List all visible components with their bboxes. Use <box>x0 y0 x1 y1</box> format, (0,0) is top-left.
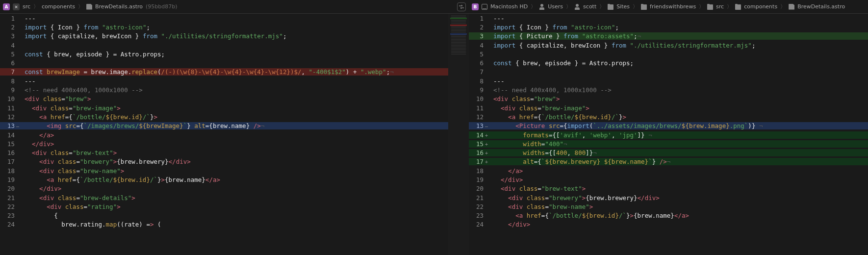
code-content[interactable]: brew.rating.map((rate) => ( <box>22 221 448 228</box>
code-content[interactable]: { <box>22 212 448 219</box>
code-line[interactable]: 21 <div class="brew-details"> <box>0 193 448 202</box>
code-content[interactable]: <div class="brew-name"> <box>490 203 868 210</box>
code-content[interactable]: </div> <box>22 140 448 148</box>
code-line[interactable]: 18 <div class="brew-name"> <box>0 166 448 175</box>
code-content[interactable]: <div class="brew"> <box>22 95 448 102</box>
code-content[interactable]: const { brew, episode } = Astro.props; <box>490 59 868 67</box>
code-line[interactable]: 6const { brew, episode } = Astro.props; <box>469 58 868 67</box>
code-line[interactable]: 13– <Picture src={import(`../assets/imag… <box>469 122 868 130</box>
code-line[interactable]: 1--- <box>0 14 448 23</box>
code-content[interactable]: <div class="brewery">{brew.brewery}</div… <box>490 194 868 202</box>
code-content[interactable]: <div class="brewery">{brew.brewery}</div… <box>22 158 448 165</box>
code-line[interactable]: 5 <box>469 50 868 58</box>
crumb-file[interactable]: BrewDetails.astro <box>797 3 845 10</box>
minimap-scrollbar[interactable] <box>448 14 469 255</box>
code-line[interactable]: 22 <div class="rating"> <box>0 202 448 211</box>
code-content[interactable]: <div class="brew-image"> <box>22 104 448 112</box>
code-line[interactable]: 20 </div> <box>0 184 448 193</box>
code-line[interactable]: 24 </div> <box>469 220 868 229</box>
code-content[interactable]: --- <box>490 77 868 85</box>
code-line[interactable]: 19 </div> <box>469 175 868 184</box>
code-line[interactable]: 23 { <box>0 211 448 220</box>
code-content[interactable]: const brewImage = brew.image.replace(/(-… <box>22 68 448 76</box>
code-line[interactable]: 1--- <box>469 14 868 23</box>
code-line[interactable]: 17+ alt={`${brew.brewery} ${brew.name}`}… <box>469 157 868 166</box>
code-line[interactable]: 3import { Picture } from "astro:assets";… <box>469 32 868 41</box>
code-line[interactable]: 10<div class="brew"> <box>469 95 868 103</box>
code-line[interactable]: 19 <a href={`/bottle/${brew.id}/`}>{brew… <box>0 175 448 184</box>
code-line[interactable]: 11 <div class="brew-image"> <box>469 103 868 112</box>
code-line[interactable]: 14+ formats={['avif', 'webp', 'jpg']} ¬ <box>469 130 868 139</box>
code-content[interactable]: --- <box>22 77 448 85</box>
code-line[interactable]: 4 <box>0 41 448 50</box>
crumb-file[interactable]: BrewDetails.astro <box>95 3 143 10</box>
code-content[interactable]: alt={`${brew.brewery} ${brew.name}`} />¬ <box>490 158 868 165</box>
code-line[interactable]: 7 <box>469 68 868 76</box>
code-content[interactable]: <div class="brew-image"> <box>490 104 868 112</box>
code-line[interactable]: 15 </div> <box>0 139 448 148</box>
code-line[interactable]: 21 <div class="brewery">{brew.brewery}</… <box>469 193 868 202</box>
code-content[interactable]: <div class="brew-name"> <box>22 167 448 175</box>
code-line[interactable]: 10<div class="brew"> <box>0 95 448 103</box>
code-content[interactable]: <a href={`/bottle/${brew.id}/`}>{brew.na… <box>22 176 448 183</box>
code-line[interactable]: 20 <div class="brew-text"> <box>469 184 868 193</box>
code-content[interactable]: <a href={`/bottle/${brew.id}/`}> <box>490 113 868 121</box>
code-line[interactable]: 24 brew.rating.map((rate) => ( <box>0 220 448 229</box>
code-content[interactable]: const { brew, episode } = Astro.props; <box>22 51 448 58</box>
code-line[interactable]: 16+ widths={[400, 800]}¬ <box>469 148 868 157</box>
code-content[interactable]: <!-- need 400x400, 1000x1000 --> <box>490 86 868 94</box>
code-content[interactable]: formats={['avif', 'webp', 'jpg']} ¬ <box>490 131 868 139</box>
code-content[interactable]: --- <box>490 15 868 22</box>
code-line[interactable]: 9<!-- need 400x400, 1000x1000 --> <box>0 85 448 94</box>
code-content[interactable]: widths={[400, 800]}¬ <box>490 149 868 156</box>
code-content[interactable]: --- <box>22 15 448 22</box>
code-line[interactable]: 22 <div class="brew-name"> <box>469 202 868 211</box>
code-content[interactable]: </a> <box>490 167 868 175</box>
code-line[interactable]: 11 <div class="brew-image"> <box>0 103 448 112</box>
crumb-repo[interactable]: friendswithbrews <box>650 3 696 10</box>
code-content[interactable]: <div class="rating"> <box>22 203 448 210</box>
code-content[interactable]: import { Icon } from "astro-icon"; <box>490 24 868 31</box>
close-tab-button[interactable]: × <box>13 3 20 10</box>
code-content[interactable]: width="400"¬ <box>490 140 868 148</box>
code-content[interactable]: <div class="brew-text"> <box>490 185 868 192</box>
code-line[interactable]: 14 </a> <box>0 130 448 139</box>
code-content[interactable]: </div> <box>490 176 868 183</box>
code-line[interactable]: 6 <box>0 58 448 67</box>
code-content[interactable]: <img src={`/images/brews/${brewImage}`} … <box>22 122 448 129</box>
code-line[interactable]: 12 <a href={`/bottle/${brew.id}/`}> <box>469 112 868 121</box>
code-content[interactable]: import { capitalize, brewIcon } from "./… <box>490 42 868 49</box>
code-line[interactable]: 9<!-- need 400x400, 1000x1000 --> <box>469 85 868 94</box>
code-line[interactable]: 15+ width="400"¬ <box>469 139 868 148</box>
code-content[interactable]: <div class="brew"> <box>490 95 868 102</box>
code-content[interactable]: import { Icon } from "astro-icon"; <box>22 24 448 31</box>
swap-panes-button[interactable] <box>457 2 466 11</box>
code-content[interactable]: <Picture src={import(`../assets/images/b… <box>490 122 868 129</box>
crumb-disk[interactable]: Macintosh HD <box>490 3 528 10</box>
code-line[interactable]: 17 <div class="brewery">{brew.brewery}</… <box>0 157 448 166</box>
code-content[interactable]: <div class="brew-text"> <box>22 149 448 156</box>
crumb-src[interactable]: src <box>716 3 724 10</box>
code-content[interactable]: <div class="brew-details"> <box>22 194 448 202</box>
code-line[interactable]: 8--- <box>469 76 868 85</box>
code-content[interactable]: import { capitalize, brewIcon } from "./… <box>22 32 448 40</box>
code-content[interactable]: <a href={`/bottle/${brew.id}/`}> <box>22 113 448 121</box>
crumb-scott[interactable]: scott <box>583 3 596 10</box>
code-content[interactable]: </a> <box>22 131 448 139</box>
crumb-users[interactable]: Users <box>548 3 563 10</box>
code-line[interactable]: 2import { Icon } from "astro-icon"; <box>469 23 868 31</box>
crumb-src[interactable]: src <box>23 3 30 10</box>
code-line[interactable]: 5const { brew, episode } = Astro.props; <box>0 50 448 58</box>
code-line[interactable]: 3import { capitalize, brewIcon } from ".… <box>0 32 448 41</box>
crumb-components[interactable]: components <box>744 3 777 10</box>
code-line[interactable]: 4import { capitalize, brewIcon } from ".… <box>469 41 868 50</box>
right-code-pane[interactable]: 1---2import { Icon } from "astro-icon";3… <box>469 14 868 255</box>
code-content[interactable]: </div> <box>22 185 448 192</box>
code-content[interactable]: </div> <box>490 221 868 228</box>
code-line[interactable]: 18 </a> <box>469 166 868 175</box>
code-content[interactable]: <!-- need 400x400, 1000x1000 --> <box>22 86 448 94</box>
code-line[interactable]: 8--- <box>0 76 448 85</box>
code-content[interactable]: <a href={`/bottle/${brew.id}/`}>{brew.na… <box>490 212 868 219</box>
code-line[interactable]: 2import { Icon } from "astro-icon"; <box>0 23 448 31</box>
crumb-sites[interactable]: Sites <box>616 3 630 10</box>
